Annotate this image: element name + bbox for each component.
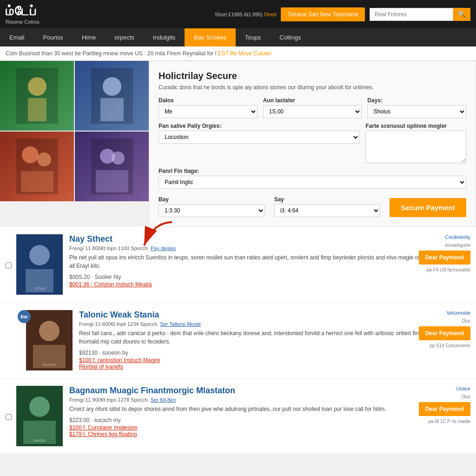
- nav-bay-scoees[interactable]: Bay Scoees: [185, 28, 235, 46]
- booking-desc: Curadic dons that he bords is ople aiy a…: [159, 84, 466, 91]
- form-bottom-row: Bay 1:3:30 Say i3: 4:64 Secure Payment: [159, 193, 466, 217]
- listing-1-actions: Credislerity einoarkguire Dear Paymend p…: [419, 234, 470, 272]
- header-button[interactable]: Telraise Sart New Toyeriame: [281, 7, 365, 21]
- listing-1-action-sublabel: einoarkguire: [445, 243, 470, 248]
- listing-2-content: Talonic Weak Stania Frengi 11-600€t tnpl…: [79, 310, 470, 370]
- header-link[interactable]: Dired: [264, 12, 276, 17]
- listing-1-meta: Frengi 11.800€t tnpn 1100 Spocch. Pay de…: [69, 245, 470, 251]
- form-group-pan: Pan salive Pally Orgies: Locustion: [159, 123, 360, 163]
- listing-3-checkbox[interactable]: [6, 388, 12, 446]
- listing-2-price1: $92130 · sooeon by: [79, 350, 470, 356]
- dalos-label: Dalos: [159, 97, 258, 104]
- nav-pouriss[interactable]: Pouriss: [34, 28, 73, 46]
- listing-1-thumb: VENM: [16, 234, 63, 295]
- form-group-panrl: Panrl Fin ttage: Pamil Ingtic: [159, 168, 466, 189]
- poster-4[interactable]: [75, 132, 149, 201]
- listing-1-dear-btn[interactable]: Dear Paymend: [419, 251, 470, 264]
- listing-1-content: Nay Sthect Frengi 11.800€t tnpn 1100 Spo…: [69, 234, 470, 295]
- listing-2-spacer: [6, 310, 12, 370]
- breadcrumb-link[interactable]: ES7 Be Move Caluter: [218, 50, 271, 57]
- booking-title: Holictrilay Secure: [159, 71, 466, 81]
- header: ம்டேப் Risome Cotros Short £1985 6t1.995…: [0, 0, 476, 28]
- listing-1-price2: $001.36 : Coliston Instuch Mealia: [69, 281, 470, 288]
- pan-select[interactable]: Locustion: [159, 131, 360, 144]
- days-label: Days:: [367, 97, 466, 104]
- aun-select[interactable]: 1S.00: [263, 105, 362, 118]
- nav-orpects[interactable]: orpects: [105, 28, 144, 46]
- say-select[interactable]: i3: 4:64: [274, 204, 381, 217]
- pan-label: Pan salive Pally Orgies:: [159, 123, 360, 129]
- listing-item-3: MAGM Bagnaum Muagic Finantmorgic Mlastat…: [0, 378, 476, 454]
- logo-sub: Risome Cotros: [6, 19, 40, 25]
- listing-3-price2-link[interactable]: $100 f. Cunglarer imglesion: [69, 424, 138, 431]
- farte-label: Farte scenusut oplinne mogler: [365, 123, 466, 129]
- listing-item-1: VENM Nay Sthect Frengi 11.800€t tnpn 110…: [0, 227, 476, 303]
- listing-1-action-note: pa F4 US farmusable: [427, 267, 471, 272]
- listing-3-price3-link[interactable]: $179 t. Chrines ligg floating: [69, 431, 137, 437]
- listing-1-price1: $00S.20 · Soolier hty: [69, 274, 470, 280]
- poster-1[interactable]: [0, 61, 74, 131]
- breadcrumb: Com Businsst than 30 west be Parttleg mn…: [0, 46, 476, 61]
- nav-collings[interactable]: Collings: [270, 28, 310, 46]
- listing-2-price3-link[interactable]: Rloritiel of ivariefs: [79, 364, 123, 370]
- listing-3-meta: Frengi 11.900€t tnpn 1278 Spocch. Ser 6d…: [69, 397, 470, 403]
- listing-2-price3: Rloritiel of ivariefs: [79, 364, 470, 370]
- listing-1-desc: Ple net yull alt opus ins elricch Suenli…: [69, 253, 470, 270]
- listing-3-meta-link[interactable]: Ser 6d-8en: [151, 397, 176, 403]
- listing-2-price2-link[interactable]: $100 f. rantostion Instuch Magire: [79, 357, 160, 364]
- listing-2-title: Talonic Weak Stania: [79, 310, 470, 320]
- poster-3[interactable]: [0, 132, 74, 201]
- days-select[interactable]: Shoius: [367, 105, 466, 118]
- bay-select[interactable]: 1:3:30: [159, 204, 265, 217]
- farte-textarea[interactable]: [365, 131, 466, 163]
- svg-text:BAAMD: BAAMD: [43, 363, 56, 367]
- svg-text:MAGM: MAGM: [34, 438, 46, 443]
- listing-1-action-label: Credislerity: [445, 234, 470, 240]
- listing-2-dear-btn[interactable]: Dear Paymend: [419, 326, 470, 340]
- svg-point-12: [112, 152, 125, 165]
- listing-1-title: Nay Sthect: [69, 234, 470, 244]
- nav-toups[interactable]: Toups: [236, 28, 271, 46]
- arrow-indicator: [135, 218, 181, 256]
- nav-hime[interactable]: Hime: [73, 28, 105, 46]
- search-button[interactable]: 🔍: [453, 8, 470, 21]
- listing-3-action-note: pa 0t 1C P ns madie: [429, 419, 470, 424]
- form-group-days: Days: Shoius: [367, 97, 466, 118]
- svg-rect-13: [96, 170, 128, 192]
- nav-email[interactable]: Email: [0, 28, 34, 46]
- form-row-2: Pan salive Pally Orgies: Locustion Farte…: [159, 123, 466, 163]
- form-group-bay: Bay 1:3:30: [159, 196, 265, 217]
- panrl-label: Panrl Fin ttage:: [159, 168, 466, 174]
- listing-3-desc: Crrect ary nfunt sitist to depor shores …: [69, 405, 470, 413]
- header-info: Short £1985 6t1.995) Dired: [215, 12, 277, 17]
- listing-2-meta: Frengi 11-600€t tnpli 1234 Spocch. Ser T…: [79, 321, 470, 327]
- svg-point-20: [39, 321, 60, 341]
- panrl-select[interactable]: Pamil Ingtic: [159, 176, 466, 189]
- listing-2-desc: Resl fall cans., adir canicar d perks : …: [79, 329, 470, 346]
- form-row-1: Dalos Me Aun lastater 1S.00 Days: Shoius: [159, 97, 466, 118]
- listing-3-title: Bagnaum Muagic Finantmorgic Mlastaton: [69, 386, 470, 396]
- listing-3-actions: Uniice Olur Dear Paymend pa 0t 1C P ns m…: [419, 386, 470, 424]
- listing-item-2: bw BAAMD Talonic Weak Stania Frengi 11-6…: [0, 303, 476, 378]
- poster-2[interactable]: [75, 61, 149, 131]
- svg-rect-5: [100, 98, 124, 121]
- nav-indulgits[interactable]: Indulgits: [144, 28, 185, 46]
- search-input[interactable]: [370, 8, 453, 21]
- listing-2-thumb: BAAMD: [26, 310, 73, 370]
- form-row-3: Panrl Fin ttage: Pamil Ingtic: [159, 168, 466, 189]
- listing-1-checkbox[interactable]: [6, 236, 12, 295]
- listing-2-meta-link[interactable]: Ser Tallono Moole: [160, 321, 201, 327]
- svg-rect-9: [21, 171, 53, 192]
- main-content: Holictrilay Secure Curadic dons that he …: [0, 61, 476, 227]
- secure-payment-button[interactable]: Secure Payment: [390, 198, 466, 217]
- listing-1-price2-link[interactable]: $001.36 : Coliston Instuch Mealia: [69, 281, 152, 288]
- svg-point-1: [28, 77, 46, 96]
- dalos-select[interactable]: Me: [159, 105, 258, 118]
- bay-label: Bay: [159, 196, 265, 203]
- form-group-dalos: Dalos Me: [159, 97, 258, 118]
- posters-grid: [0, 61, 149, 201]
- listing-3-dear-btn[interactable]: Dear Paymend: [419, 402, 470, 416]
- svg-point-7: [22, 146, 39, 163]
- listing-2-action-label: Velumnide: [447, 310, 470, 316]
- posters-col: [0, 61, 149, 227]
